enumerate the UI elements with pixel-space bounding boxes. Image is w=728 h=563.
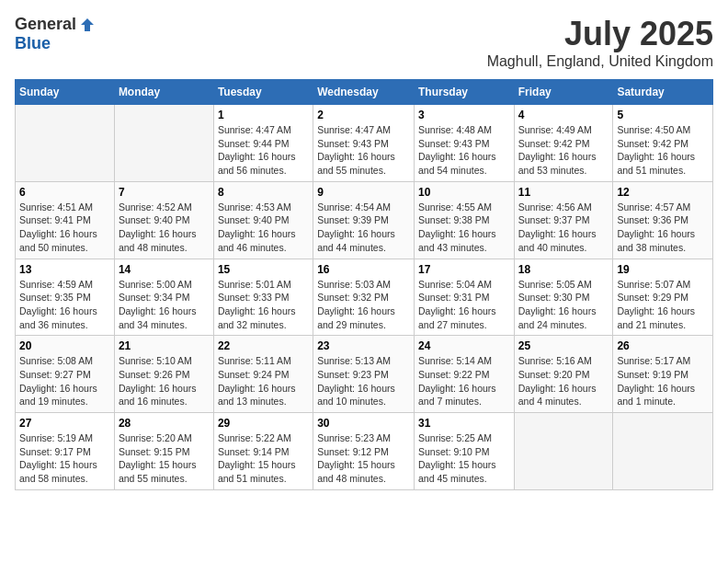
calendar-cell: 4Sunrise: 4:49 AMSunset: 9:42 PMDaylight… [514,105,613,182]
day-number: 6 [19,186,110,199]
day-number: 12 [617,186,709,199]
day-info: Sunrise: 4:47 AMSunset: 9:44 PMDaylight:… [218,123,309,178]
logo-blue: Blue [15,34,51,53]
day-info: Sunrise: 5:03 AMSunset: 9:32 PMDaylight:… [317,278,410,332]
weekday-header-wednesday: Wednesday [313,80,415,105]
calendar-cell: 28Sunrise: 5:20 AMSunset: 9:15 PMDayligh… [114,413,213,490]
calendar-cell: 2Sunrise: 4:47 AMSunset: 9:43 PMDaylight… [313,105,415,182]
calendar-cell: 17Sunrise: 5:04 AMSunset: 9:31 PMDayligh… [414,259,514,336]
day-number: 19 [617,263,709,276]
calendar-cell: 7Sunrise: 4:52 AMSunset: 9:40 PMDaylight… [114,181,213,259]
day-info: Sunrise: 5:11 AMSunset: 9:24 PMDaylight:… [218,354,309,408]
calendar-cell: 13Sunrise: 4:59 AMSunset: 9:35 PMDayligh… [16,259,115,336]
day-info: Sunrise: 4:56 AMSunset: 9:37 PMDaylight:… [518,201,609,255]
weekday-header-sunday: Sunday [16,80,115,105]
calendar-cell: 16Sunrise: 5:03 AMSunset: 9:32 PMDayligh… [313,259,415,336]
day-info: Sunrise: 5:08 AMSunset: 9:27 PMDaylight:… [19,354,110,408]
day-number: 8 [218,186,309,199]
day-info: Sunrise: 5:07 AMSunset: 9:29 PMDaylight:… [617,278,709,332]
day-info: Sunrise: 5:19 AMSunset: 9:17 PMDaylight:… [19,431,110,486]
day-info: Sunrise: 5:00 AMSunset: 9:34 PMDaylight:… [119,278,210,332]
day-info: Sunrise: 5:04 AMSunset: 9:31 PMDaylight:… [418,278,510,332]
day-info: Sunrise: 4:54 AMSunset: 9:39 PMDaylight:… [317,201,410,255]
calendar-cell: 29Sunrise: 5:22 AMSunset: 9:14 PMDayligh… [213,413,313,490]
calendar-cell [514,413,613,490]
day-info: Sunrise: 5:14 AMSunset: 9:22 PMDaylight:… [418,354,510,408]
weekday-header-thursday: Thursday [414,80,514,105]
day-number: 4 [518,109,609,121]
calendar-cell: 24Sunrise: 5:14 AMSunset: 9:22 PMDayligh… [414,336,514,413]
logo-icon [78,16,97,34]
calendar-cell: 3Sunrise: 4:48 AMSunset: 9:43 PMDaylight… [414,105,514,182]
day-number: 2 [317,109,410,121]
weekday-header-friday: Friday [514,80,613,105]
location-subtitle: Maghull, England, United Kingdom [487,53,713,70]
day-info: Sunrise: 4:52 AMSunset: 9:40 PMDaylight:… [119,201,210,255]
day-info: Sunrise: 5:01 AMSunset: 9:33 PMDaylight:… [218,278,309,332]
calendar-cell [16,105,115,182]
day-info: Sunrise: 4:59 AMSunset: 9:35 PMDaylight:… [19,278,110,332]
day-number: 15 [218,263,309,276]
calendar-week-1: 1Sunrise: 4:47 AMSunset: 9:44 PMDaylight… [16,105,713,182]
weekday-header-row: SundayMondayTuesdayWednesdayThursdayFrid… [16,80,713,105]
calendar-cell: 27Sunrise: 5:19 AMSunset: 9:17 PMDayligh… [16,413,115,490]
day-info: Sunrise: 4:50 AMSunset: 9:42 PMDaylight:… [617,123,709,178]
month-year-title: July 2025 [487,15,713,53]
day-number: 11 [518,186,609,199]
day-info: Sunrise: 5:16 AMSunset: 9:20 PMDaylight:… [518,354,609,408]
day-number: 17 [418,263,510,276]
day-number: 18 [518,263,609,276]
calendar-cell: 6Sunrise: 4:51 AMSunset: 9:41 PMDaylight… [16,181,115,259]
calendar-cell: 15Sunrise: 5:01 AMSunset: 9:33 PMDayligh… [213,259,313,336]
calendar-cell: 10Sunrise: 4:55 AMSunset: 9:38 PMDayligh… [414,181,514,259]
page-header: General Blue July 2025 Maghull, England,… [15,15,713,70]
day-info: Sunrise: 4:55 AMSunset: 9:38 PMDaylight:… [418,201,510,255]
day-number: 28 [119,417,210,430]
day-info: Sunrise: 4:51 AMSunset: 9:41 PMDaylight:… [19,201,110,255]
calendar-cell: 30Sunrise: 5:23 AMSunset: 9:12 PMDayligh… [313,413,415,490]
day-number: 1 [218,109,309,121]
day-number: 27 [19,417,110,430]
calendar-week-3: 13Sunrise: 4:59 AMSunset: 9:35 PMDayligh… [16,259,713,336]
day-number: 23 [317,339,410,352]
logo-general: General [15,15,76,34]
day-info: Sunrise: 5:17 AMSunset: 9:19 PMDaylight:… [617,354,709,408]
day-number: 3 [418,109,510,121]
day-number: 14 [119,263,210,276]
calendar-cell: 11Sunrise: 4:56 AMSunset: 9:37 PMDayligh… [514,181,613,259]
calendar-cell: 31Sunrise: 5:25 AMSunset: 9:10 PMDayligh… [414,413,514,490]
calendar-week-5: 27Sunrise: 5:19 AMSunset: 9:17 PMDayligh… [16,413,713,490]
day-info: Sunrise: 5:05 AMSunset: 9:30 PMDaylight:… [518,278,609,332]
day-number: 20 [19,339,110,352]
calendar-cell: 22Sunrise: 5:11 AMSunset: 9:24 PMDayligh… [213,336,313,413]
day-info: Sunrise: 4:47 AMSunset: 9:43 PMDaylight:… [317,123,410,178]
day-number: 21 [119,339,210,352]
day-number: 10 [418,186,510,199]
calendar-cell: 18Sunrise: 5:05 AMSunset: 9:30 PMDayligh… [514,259,613,336]
calendar-cell: 20Sunrise: 5:08 AMSunset: 9:27 PMDayligh… [16,336,115,413]
calendar-cell: 12Sunrise: 4:57 AMSunset: 9:36 PMDayligh… [613,181,713,259]
calendar-cell [114,105,213,182]
calendar-week-4: 20Sunrise: 5:08 AMSunset: 9:27 PMDayligh… [16,336,713,413]
day-info: Sunrise: 5:25 AMSunset: 9:10 PMDaylight:… [418,431,510,486]
day-number: 29 [218,417,309,430]
calendar-cell: 21Sunrise: 5:10 AMSunset: 9:26 PMDayligh… [114,336,213,413]
calendar-cell: 19Sunrise: 5:07 AMSunset: 9:29 PMDayligh… [613,259,713,336]
calendar-cell [613,413,713,490]
calendar-cell: 8Sunrise: 4:53 AMSunset: 9:40 PMDaylight… [213,181,313,259]
day-number: 24 [418,339,510,352]
day-info: Sunrise: 4:48 AMSunset: 9:43 PMDaylight:… [418,123,510,178]
calendar-cell: 1Sunrise: 4:47 AMSunset: 9:44 PMDaylight… [213,105,313,182]
calendar-cell: 9Sunrise: 4:54 AMSunset: 9:39 PMDaylight… [313,181,415,259]
calendar-body: 1Sunrise: 4:47 AMSunset: 9:44 PMDaylight… [16,105,713,490]
calendar-cell: 26Sunrise: 5:17 AMSunset: 9:19 PMDayligh… [613,336,713,413]
day-number: 30 [317,417,410,430]
day-info: Sunrise: 4:57 AMSunset: 9:36 PMDaylight:… [617,201,709,255]
day-info: Sunrise: 5:23 AMSunset: 9:12 PMDaylight:… [317,431,410,486]
weekday-header-saturday: Saturday [613,80,713,105]
weekday-header-tuesday: Tuesday [213,80,313,105]
calendar-cell: 14Sunrise: 5:00 AMSunset: 9:34 PMDayligh… [114,259,213,336]
day-info: Sunrise: 4:53 AMSunset: 9:40 PMDaylight:… [218,201,309,255]
calendar-table: SundayMondayTuesdayWednesdayThursdayFrid… [15,79,713,490]
day-number: 7 [119,186,210,199]
